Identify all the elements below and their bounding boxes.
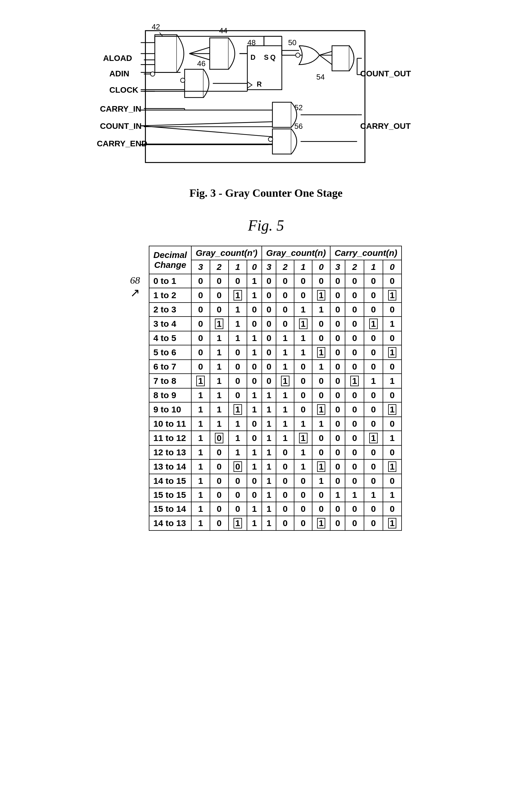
decimal-change-cell: 9 to 10 bbox=[149, 402, 191, 417]
gcnp-cell-6-3: 0 bbox=[247, 360, 262, 374]
gcn-cell-0-1: 0 bbox=[276, 274, 294, 288]
gcnp-cell-11-0: 1 bbox=[191, 431, 210, 445]
ccn-cell-5-1: 0 bbox=[345, 345, 364, 360]
gcnp-cell-7-1: 1 bbox=[210, 374, 229, 388]
svg-line-6 bbox=[189, 47, 210, 54]
decimal-change-cell: 8 to 9 bbox=[149, 388, 191, 402]
gcnp-cell-17-0: 1 bbox=[191, 516, 210, 530]
gcnp-cell-14-2: 0 bbox=[229, 474, 247, 488]
ccn-cell-0-2: 0 bbox=[364, 274, 383, 288]
gcnp-cell-13-3: 1 bbox=[247, 459, 262, 474]
gcnp-cell-12-1: 0 bbox=[210, 445, 229, 459]
gcn-cell-15-2: 0 bbox=[294, 488, 312, 502]
gcn-cell-0-0: 0 bbox=[262, 274, 276, 288]
ccn-cell-0-1: 0 bbox=[345, 274, 364, 288]
circuit-diagram: ALOAD ADIN CLOCK CARRY_IN COUNT_IN CARRY… bbox=[91, 18, 441, 181]
svg-text:D: D bbox=[250, 54, 255, 61]
gcnp-cell-10-1: 1 bbox=[210, 417, 229, 431]
svg-rect-9 bbox=[185, 69, 204, 98]
ccn-cell-9-0: 0 bbox=[330, 402, 345, 417]
gcnp-cell-9-0: 1 bbox=[191, 402, 210, 417]
decimal-change-cell: 6 to 7 bbox=[149, 360, 191, 374]
gcnp-cell-0-3: 1 bbox=[247, 274, 262, 288]
gcn-cell-16-0: 1 bbox=[262, 502, 276, 516]
ccn-cell-11-2: 1 bbox=[364, 431, 383, 445]
gcn-cell-9-1: 1 bbox=[276, 402, 294, 417]
svg-rect-36 bbox=[272, 102, 291, 127]
gcn-cell-17-1: 0 bbox=[276, 516, 294, 530]
table-row: 15 to 14100110000000 bbox=[149, 502, 402, 516]
ccn-cell-4-0: 0 bbox=[330, 331, 345, 345]
ccn-cell-6-3: 0 bbox=[383, 360, 402, 374]
sub-header-2-2: 2 bbox=[345, 260, 364, 274]
table-row: 14 to 13101110010001 bbox=[149, 516, 402, 530]
gcn-cell-14-1: 0 bbox=[276, 474, 294, 488]
gcn-cell-13-2: 1 bbox=[294, 459, 312, 474]
ccn-cell-13-1: 0 bbox=[345, 459, 364, 474]
gcn-cell-10-3: 1 bbox=[312, 417, 330, 431]
table-row: 15 to 15100010001111 bbox=[149, 488, 402, 502]
svg-rect-14 bbox=[247, 46, 282, 90]
gcn-cell-1-3: 1 bbox=[312, 288, 330, 303]
svg-point-56 bbox=[150, 72, 155, 76]
gcnp-cell-2-1: 0 bbox=[210, 303, 229, 316]
decimal-change-cell: 10 to 11 bbox=[149, 417, 191, 431]
table-row: 10 to 11111011110000 bbox=[149, 417, 402, 431]
clock-label: CLOCK bbox=[109, 86, 138, 94]
gcnp-cell-0-2: 0 bbox=[229, 274, 247, 288]
ccn-cell-8-0: 0 bbox=[330, 388, 345, 402]
gcnp-cell-4-2: 1 bbox=[229, 331, 247, 345]
gcnp-cell-1-2: 1 bbox=[229, 288, 247, 303]
gcnp-cell-17-1: 0 bbox=[210, 516, 229, 530]
gcn-cell-1-0: 0 bbox=[262, 288, 276, 303]
decimal-change-cell: 2 to 3 bbox=[149, 303, 191, 316]
table-row: 2 to 3001000110000 bbox=[149, 303, 402, 316]
svg-point-42 bbox=[268, 137, 272, 141]
svg-rect-41 bbox=[272, 129, 291, 154]
gcn-cell-7-0: 0 bbox=[262, 374, 276, 388]
ccn-cell-14-2: 0 bbox=[364, 474, 383, 488]
gcnp-cell-8-0: 1 bbox=[191, 388, 210, 402]
gcnp-cell-4-3: 1 bbox=[247, 331, 262, 345]
gcnp-cell-16-0: 1 bbox=[191, 502, 210, 516]
ccn-cell-0-0: 0 bbox=[330, 274, 345, 288]
gcnp-cell-6-1: 1 bbox=[210, 360, 229, 374]
gcnp-cell-5-0: 0 bbox=[191, 345, 210, 360]
ccn-cell-0-3: 0 bbox=[383, 274, 402, 288]
gcnp-cell-4-1: 1 bbox=[210, 331, 229, 345]
sub-header-2-0: 0 bbox=[383, 260, 402, 274]
svg-line-7 bbox=[189, 54, 210, 60]
fig5-title: Fig. 5 bbox=[35, 217, 497, 234]
gcn-cell-11-3: 0 bbox=[312, 431, 330, 445]
svg-text:R: R bbox=[256, 80, 262, 88]
ccn-cell-16-2: 0 bbox=[364, 502, 383, 516]
decimal-change-cell: 12 to 13 bbox=[149, 445, 191, 459]
gcnp-cell-6-0: 0 bbox=[191, 360, 210, 374]
ccn-cell-16-1: 0 bbox=[345, 502, 364, 516]
gcnp-cell-3-0: 0 bbox=[191, 316, 210, 331]
gcnp-cell-8-1: 1 bbox=[210, 388, 229, 402]
gcnp-cell-11-2: 1 bbox=[229, 431, 247, 445]
ccn-cell-5-0: 0 bbox=[330, 345, 345, 360]
node46: 46 bbox=[197, 59, 206, 68]
gcn-cell-15-3: 0 bbox=[312, 488, 330, 502]
decimal-change-cell: 1 to 2 bbox=[149, 288, 191, 303]
svg-text:Q: Q bbox=[270, 54, 276, 61]
ccn-cell-17-3: 1 bbox=[383, 516, 402, 530]
ccn-cell-12-2: 0 bbox=[364, 445, 383, 459]
table-row: 12 to 13101110100000 bbox=[149, 445, 402, 459]
table-row: 13 to 14100110110001 bbox=[149, 459, 402, 474]
ccn-cell-12-1: 0 bbox=[345, 445, 364, 459]
gcnp-cell-8-2: 0 bbox=[229, 388, 247, 402]
decimal-change-cell: 13 to 14 bbox=[149, 459, 191, 474]
ccn-cell-8-1: 0 bbox=[345, 388, 364, 402]
gcnp-cell-9-2: 1 bbox=[229, 402, 247, 417]
table-row: 3 to 4011000100011 bbox=[149, 316, 402, 331]
gcnp-cell-13-2: 0 bbox=[229, 459, 247, 474]
node54: 54 bbox=[316, 73, 325, 81]
table-row: 8 to 9110111000000 bbox=[149, 388, 402, 402]
ccn-cell-15-0: 1 bbox=[330, 488, 345, 502]
ccn-cell-7-2: 1 bbox=[364, 374, 383, 388]
ccn-cell-11-3: 1 bbox=[383, 431, 402, 445]
gcn-cell-2-3: 1 bbox=[312, 303, 330, 316]
